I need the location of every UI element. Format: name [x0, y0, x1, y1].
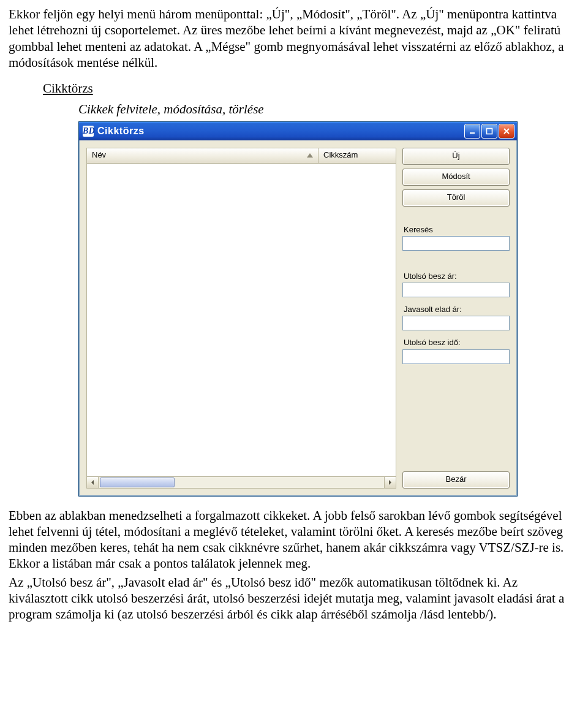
suggested-sale-price-label: Javasolt elad ár: [404, 305, 510, 314]
delete-button[interactable]: Töröl [402, 189, 510, 207]
sort-ascending-icon [307, 153, 313, 158]
close-window-button[interactable]: Bezár [402, 471, 510, 489]
intro-paragraph: Ekkor feljön egy helyi menü három menüpo… [9, 6, 579, 70]
column-header-cikkszam[interactable]: Cikkszám [318, 148, 396, 163]
subsection-title: Cikkek felvitele, módosítása, törlése [78, 101, 579, 117]
last-purchase-time-field[interactable] [402, 349, 510, 364]
items-grid[interactable]: Név Cikkszám [86, 148, 396, 489]
search-label: Keresés [404, 225, 510, 235]
new-button[interactable]: Új [402, 148, 510, 165]
svg-rect-0 [470, 132, 475, 134]
grid-header[interactable]: Név Cikkszám [86, 148, 396, 164]
maximize-button[interactable] [481, 124, 497, 139]
svg-rect-1 [487, 128, 492, 134]
window-titlebar[interactable]: BD Cikktörzs [79, 122, 517, 140]
explain-paragraph-1: Ebben az ablakban menedzselheti a forgal… [9, 508, 579, 572]
window-title: Cikktörzs [97, 125, 464, 137]
column-header-nev-label: Név [92, 150, 106, 159]
explain-paragraph-2: Az „Utolsó besz ár", „Javasolt elad ár" … [9, 574, 579, 623]
search-input[interactable] [402, 236, 510, 251]
scroll-thumb[interactable] [100, 478, 175, 487]
section-title: Cikktörzs [43, 80, 579, 96]
horizontal-scrollbar[interactable] [86, 477, 396, 489]
column-header-nev[interactable]: Név [87, 148, 318, 163]
edit-button[interactable]: Módosít [402, 169, 510, 186]
scroll-track[interactable] [99, 477, 384, 488]
side-panel: Új Módosít Töröl Keresés Utolsó besz ár:… [402, 148, 510, 489]
cikktorzs-window: BD Cikktörzs Név Cikkszám [78, 121, 518, 497]
suggested-sale-price-field[interactable] [402, 316, 510, 330]
last-purchase-time-label: Utolsó besz idő: [404, 338, 510, 348]
close-button[interactable] [499, 124, 514, 139]
app-icon: BD [83, 126, 94, 137]
column-header-cikkszam-label: Cikkszám [323, 150, 358, 159]
last-purchase-price-field[interactable] [402, 283, 510, 297]
scroll-left-button[interactable] [87, 477, 99, 488]
last-purchase-price-label: Utolsó besz ár: [404, 272, 510, 281]
scroll-right-button[interactable] [384, 477, 396, 488]
grid-body[interactable] [86, 164, 396, 477]
minimize-button[interactable] [464, 124, 480, 139]
